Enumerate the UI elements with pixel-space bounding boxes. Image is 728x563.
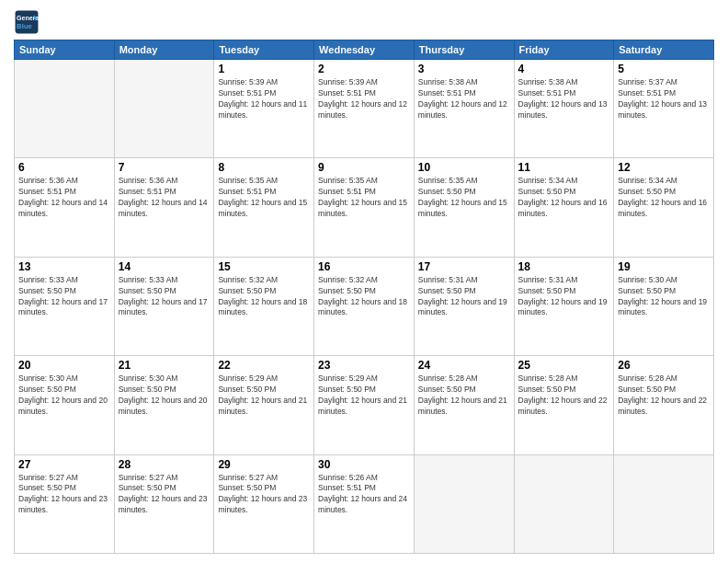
day-number: 10 <box>418 161 510 174</box>
day-number: 16 <box>318 260 410 273</box>
weekday-header-saturday: Saturday <box>614 40 714 60</box>
day-info: Sunrise: 5:32 AMSunset: 5:50 PMDaylight:… <box>318 275 410 319</box>
day-info: Sunrise: 5:31 AMSunset: 5:50 PMDaylight:… <box>418 275 510 319</box>
logo: General Blue <box>14 9 40 35</box>
week-row-2: 6Sunrise: 5:36 AMSunset: 5:51 PMDaylight… <box>15 158 714 257</box>
calendar-cell: 28Sunrise: 5:27 AMSunset: 5:50 PMDayligh… <box>114 454 214 553</box>
day-info: Sunrise: 5:29 AMSunset: 5:50 PMDaylight:… <box>318 373 410 418</box>
week-row-1: 1Sunrise: 5:39 AMSunset: 5:51 PMDaylight… <box>15 60 714 158</box>
day-number: 25 <box>518 359 610 372</box>
logo-icon: General Blue <box>14 9 40 35</box>
day-info: Sunrise: 5:36 AMSunset: 5:51 PMDaylight:… <box>18 176 110 220</box>
day-number: 28 <box>119 458 210 471</box>
calendar-cell: 15Sunrise: 5:32 AMSunset: 5:50 PMDayligh… <box>214 257 314 355</box>
day-number: 23 <box>318 359 410 372</box>
calendar-cell: 8Sunrise: 5:35 AMSunset: 5:51 PMDaylight… <box>214 158 314 257</box>
header: General Blue <box>14 9 714 35</box>
weekday-header-wednesday: Wednesday <box>314 40 415 60</box>
calendar-cell: 29Sunrise: 5:27 AMSunset: 5:50 PMDayligh… <box>214 454 314 553</box>
day-number: 18 <box>518 260 610 273</box>
weekday-header-sunday: Sunday <box>15 40 115 60</box>
day-info: Sunrise: 5:32 AMSunset: 5:50 PMDaylight:… <box>218 275 310 319</box>
day-info: Sunrise: 5:33 AMSunset: 5:50 PMDaylight:… <box>18 275 110 319</box>
page: General Blue SundayMondayTuesdayWednesda… <box>0 0 728 563</box>
day-number: 24 <box>418 359 510 372</box>
calendar-cell <box>614 454 714 553</box>
day-number: 29 <box>218 458 310 471</box>
day-info: Sunrise: 5:34 AMSunset: 5:50 PMDaylight:… <box>518 176 610 220</box>
day-info: Sunrise: 5:26 AMSunset: 5:51 PMDaylight:… <box>318 473 410 517</box>
calendar-cell: 21Sunrise: 5:30 AMSunset: 5:50 PMDayligh… <box>114 356 214 454</box>
day-info: Sunrise: 5:29 AMSunset: 5:50 PMDaylight:… <box>218 373 310 418</box>
day-info: Sunrise: 5:36 AMSunset: 5:51 PMDaylight:… <box>119 176 210 220</box>
day-number: 1 <box>218 63 310 75</box>
calendar-cell: 18Sunrise: 5:31 AMSunset: 5:50 PMDayligh… <box>514 257 614 355</box>
calendar-cell: 23Sunrise: 5:29 AMSunset: 5:50 PMDayligh… <box>314 356 415 454</box>
calendar-cell: 14Sunrise: 5:33 AMSunset: 5:50 PMDayligh… <box>114 257 214 355</box>
day-info: Sunrise: 5:27 AMSunset: 5:50 PMDaylight:… <box>218 473 310 517</box>
calendar-cell: 26Sunrise: 5:28 AMSunset: 5:50 PMDayligh… <box>614 356 714 454</box>
day-number: 8 <box>218 161 310 174</box>
calendar-cell: 17Sunrise: 5:31 AMSunset: 5:50 PMDayligh… <box>414 257 514 355</box>
day-number: 3 <box>418 63 510 75</box>
svg-text:Blue: Blue <box>17 22 33 30</box>
calendar-cell: 2Sunrise: 5:39 AMSunset: 5:51 PMDaylight… <box>314 60 415 158</box>
day-info: Sunrise: 5:34 AMSunset: 5:50 PMDaylight:… <box>618 176 710 220</box>
day-info: Sunrise: 5:39 AMSunset: 5:51 PMDaylight:… <box>218 77 310 121</box>
calendar-cell: 4Sunrise: 5:38 AMSunset: 5:51 PMDaylight… <box>514 60 614 158</box>
day-number: 14 <box>119 260 210 273</box>
calendar-cell: 9Sunrise: 5:35 AMSunset: 5:51 PMDaylight… <box>314 158 415 257</box>
calendar-cell <box>414 454 514 553</box>
day-number: 21 <box>119 359 210 372</box>
calendar-cell <box>114 60 214 158</box>
day-info: Sunrise: 5:38 AMSunset: 5:51 PMDaylight:… <box>518 77 610 121</box>
day-info: Sunrise: 5:35 AMSunset: 5:50 PMDaylight:… <box>418 176 510 220</box>
day-number: 13 <box>18 260 110 273</box>
calendar-cell: 11Sunrise: 5:34 AMSunset: 5:50 PMDayligh… <box>514 158 614 257</box>
day-info: Sunrise: 5:30 AMSunset: 5:50 PMDaylight:… <box>18 373 110 418</box>
day-number: 27 <box>18 458 110 471</box>
calendar-cell: 22Sunrise: 5:29 AMSunset: 5:50 PMDayligh… <box>214 356 314 454</box>
calendar-cell: 1Sunrise: 5:39 AMSunset: 5:51 PMDaylight… <box>214 60 314 158</box>
day-number: 4 <box>518 63 610 75</box>
calendar-table: SundayMondayTuesdayWednesdayThursdayFrid… <box>14 40 714 554</box>
calendar-cell: 16Sunrise: 5:32 AMSunset: 5:50 PMDayligh… <box>314 257 415 355</box>
day-number: 19 <box>618 260 710 273</box>
day-info: Sunrise: 5:30 AMSunset: 5:50 PMDaylight:… <box>119 373 210 418</box>
calendar-cell: 6Sunrise: 5:36 AMSunset: 5:51 PMDaylight… <box>15 158 115 257</box>
day-info: Sunrise: 5:33 AMSunset: 5:50 PMDaylight:… <box>119 275 210 319</box>
calendar-cell: 20Sunrise: 5:30 AMSunset: 5:50 PMDayligh… <box>15 356 115 454</box>
day-info: Sunrise: 5:27 AMSunset: 5:50 PMDaylight:… <box>18 473 110 517</box>
calendar-cell: 25Sunrise: 5:28 AMSunset: 5:50 PMDayligh… <box>514 356 614 454</box>
day-number: 26 <box>618 359 710 372</box>
calendar-cell: 13Sunrise: 5:33 AMSunset: 5:50 PMDayligh… <box>15 257 115 355</box>
day-number: 7 <box>119 161 210 174</box>
day-info: Sunrise: 5:30 AMSunset: 5:50 PMDaylight:… <box>618 275 710 319</box>
calendar-cell: 7Sunrise: 5:36 AMSunset: 5:51 PMDaylight… <box>114 158 214 257</box>
weekday-header-monday: Monday <box>114 40 214 60</box>
day-number: 20 <box>18 359 110 372</box>
day-info: Sunrise: 5:35 AMSunset: 5:51 PMDaylight:… <box>218 176 310 220</box>
day-number: 6 <box>18 161 110 174</box>
calendar-cell <box>514 454 614 553</box>
weekday-header-thursday: Thursday <box>414 40 514 60</box>
weekday-header-tuesday: Tuesday <box>214 40 314 60</box>
calendar-cell <box>15 60 115 158</box>
calendar-cell: 12Sunrise: 5:34 AMSunset: 5:50 PMDayligh… <box>614 158 714 257</box>
day-number: 22 <box>218 359 310 372</box>
calendar-cell: 30Sunrise: 5:26 AMSunset: 5:51 PMDayligh… <box>314 454 415 553</box>
week-row-3: 13Sunrise: 5:33 AMSunset: 5:50 PMDayligh… <box>15 257 714 355</box>
day-info: Sunrise: 5:28 AMSunset: 5:50 PMDaylight:… <box>418 373 510 418</box>
day-number: 2 <box>318 63 410 75</box>
day-info: Sunrise: 5:28 AMSunset: 5:50 PMDaylight:… <box>518 373 610 418</box>
calendar-cell: 10Sunrise: 5:35 AMSunset: 5:50 PMDayligh… <box>414 158 514 257</box>
day-number: 30 <box>318 458 410 471</box>
calendar-cell: 5Sunrise: 5:37 AMSunset: 5:51 PMDaylight… <box>614 60 714 158</box>
day-number: 5 <box>618 63 710 75</box>
day-info: Sunrise: 5:31 AMSunset: 5:50 PMDaylight:… <box>518 275 610 319</box>
day-info: Sunrise: 5:38 AMSunset: 5:51 PMDaylight:… <box>418 77 510 121</box>
day-number: 17 <box>418 260 510 273</box>
day-info: Sunrise: 5:39 AMSunset: 5:51 PMDaylight:… <box>318 77 410 121</box>
calendar-cell: 19Sunrise: 5:30 AMSunset: 5:50 PMDayligh… <box>614 257 714 355</box>
calendar-cell: 27Sunrise: 5:27 AMSunset: 5:50 PMDayligh… <box>15 454 115 553</box>
